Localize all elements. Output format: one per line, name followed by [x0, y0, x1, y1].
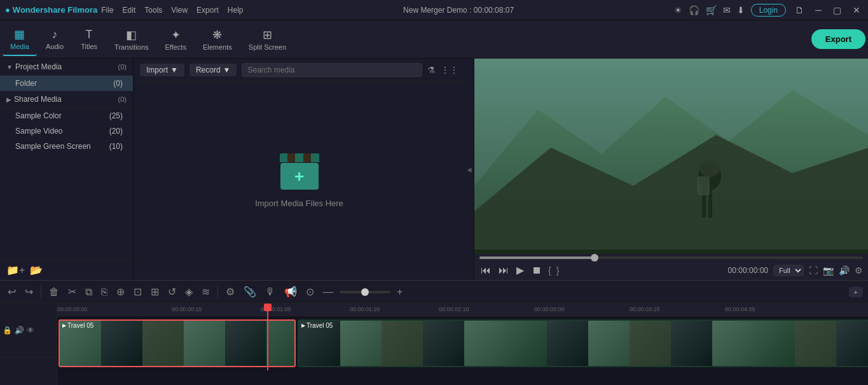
seekbar[interactable]: [479, 256, 863, 259]
step-back-button[interactable]: ⏮: [479, 263, 492, 277]
tab-effects[interactable]: ✦ Effects: [158, 23, 194, 56]
volume-icon[interactable]: 🔊: [839, 265, 850, 276]
section-title: Project Media: [15, 62, 62, 71]
settings-icon[interactable]: ⚙: [855, 265, 863, 276]
clip2-thumb11: [712, 321, 754, 367]
clip1-label: ▶ Travel 05: [62, 322, 93, 329]
delete-button[interactable]: 🗑: [46, 285, 62, 299]
tab-transitions[interactable]: ◧ Transitions: [107, 23, 156, 56]
filter-icon[interactable]: ⚗: [427, 65, 436, 75]
eye-icon[interactable]: 👁: [27, 326, 34, 335]
zoom-in-icon[interactable]: +: [394, 285, 405, 299]
voice-icon[interactable]: 📢: [282, 284, 300, 299]
svg-point-6: [699, 159, 720, 177]
export-button[interactable]: Export: [811, 29, 865, 49]
sticker-icon[interactable]: ⊙: [303, 284, 317, 299]
import-button[interactable]: Import ▼: [140, 64, 184, 76]
folder-icon[interactable]: 📂: [30, 264, 43, 276]
item-sample-green[interactable]: Sample Green Screen (10): [0, 139, 133, 154]
redo-button[interactable]: ↪: [22, 284, 36, 299]
quality-select[interactable]: Full 1/2 1/4: [773, 265, 804, 276]
clip2-thumb5: [464, 321, 506, 367]
maximize-icon[interactable]: ▢: [830, 5, 844, 15]
sample-color-label: Sample Color: [15, 111, 62, 120]
menu-view[interactable]: View: [171, 6, 188, 15]
menu-export[interactable]: Export: [196, 6, 219, 15]
section-project-media[interactable]: ▼ Project Media (0): [0, 59, 133, 76]
seekbar-thumb[interactable]: [591, 254, 598, 262]
tab-audio[interactable]: ♪ Audio: [38, 23, 71, 56]
cart-icon[interactable]: 🛒: [706, 5, 717, 15]
fullscreen-icon[interactable]: ⛶: [809, 265, 818, 276]
video-clip-2[interactable]: ▶ Travel 05: [298, 319, 868, 367]
tab-titles[interactable]: T Titles: [72, 23, 106, 56]
add-track-button[interactable]: +: [849, 287, 863, 297]
section-shared-media[interactable]: ▶ Shared Media (0): [0, 91, 133, 108]
cut-button[interactable]: ✂: [65, 284, 79, 299]
expand-arrow: ▶: [6, 96, 11, 103]
paste-button[interactable]: ⎘: [99, 285, 110, 299]
tab-media[interactable]: ▦ Media: [3, 23, 37, 56]
tab-splitscreen[interactable]: ⊞ Split Screen: [241, 23, 294, 56]
zoom-slider[interactable]: [340, 291, 390, 293]
item-folder[interactable]: Folder (0): [0, 76, 133, 91]
mic-icon[interactable]: 🎙: [263, 285, 278, 299]
minimize-icon[interactable]: ─: [813, 5, 824, 15]
sample-video-label: Sample Video: [15, 127, 63, 136]
timeline-panel: 🔒 🔊 👁 00:00:00:00 00:00:00:15 00:00:01:0…: [0, 304, 868, 385]
record-button[interactable]: Record ▼: [189, 64, 237, 76]
menu-tools[interactable]: Tools: [144, 6, 162, 15]
ripple-button[interactable]: ⊡: [131, 284, 144, 299]
zoom-out-icon[interactable]: —: [320, 285, 336, 299]
sample-green-count: (10): [109, 142, 123, 151]
audio-button[interactable]: ≋: [199, 284, 212, 299]
tab-audio-label: Audio: [46, 43, 64, 50]
tab-transitions-label: Transitions: [114, 43, 148, 51]
ruler-tick: 00:00:04:05: [725, 306, 755, 312]
clip2-thumb13: [795, 321, 836, 367]
play-button[interactable]: ▶: [515, 263, 525, 277]
undo-button[interactable]: ↩: [5, 284, 18, 299]
tab-elements[interactable]: ❋ Elements: [195, 23, 240, 56]
crop-button[interactable]: ⊞: [148, 284, 162, 299]
stop-button[interactable]: ⏹: [530, 263, 543, 277]
resize-handle[interactable]: [465, 59, 474, 280]
clip2-thumb6: [506, 321, 547, 367]
menu-file[interactable]: File: [101, 6, 113, 15]
main-toolbar: ▦ Media ♪ Audio T Titles ◧ Transitions ✦…: [0, 20, 868, 59]
clip-icon[interactable]: 📎: [241, 284, 259, 299]
audio-icon: ♪: [52, 28, 58, 41]
timeline-tracks[interactable]: 00:00:00:00 00:00:00:15 00:00:01:05 00:0…: [57, 304, 868, 385]
restore-icon[interactable]: 🗋: [792, 5, 806, 15]
prev-frame-button[interactable]: ⏭: [497, 263, 510, 277]
add-folder-icon[interactable]: 📁+: [6, 264, 25, 276]
video-clip-1[interactable]: ▶ Travel 05: [59, 319, 296, 367]
notification-icon[interactable]: ✉: [723, 5, 731, 15]
rotate-button[interactable]: ↺: [165, 284, 179, 299]
close-icon[interactable]: ✕: [850, 5, 863, 15]
settings2-icon[interactable]: ⚙: [223, 284, 237, 299]
item-sample-color[interactable]: Sample Color (25): [0, 108, 133, 123]
folder-count: (0): [113, 79, 123, 88]
bracket-left-icon[interactable]: {: [548, 265, 551, 276]
stabilize-button[interactable]: ⊕: [114, 284, 127, 299]
search-input[interactable]: [242, 63, 422, 77]
color-button[interactable]: ◈: [183, 284, 195, 299]
screenshot-icon[interactable]: 📷: [823, 265, 834, 276]
lock-icon[interactable]: 🔒: [3, 326, 12, 335]
speaker-icon[interactable]: 🔊: [15, 326, 24, 335]
menu-help[interactable]: Help: [228, 6, 244, 15]
item-sample-video[interactable]: Sample Video (20): [0, 123, 133, 139]
section-count: (0): [118, 95, 127, 103]
sun-icon[interactable]: ☀: [674, 5, 682, 15]
clip1-thumb6: [266, 321, 296, 367]
headphone-icon[interactable]: 🎧: [689, 5, 699, 15]
download-icon[interactable]: ⬇: [737, 5, 745, 15]
menu-bar: File Edit Tools View Export Help: [101, 6, 243, 15]
effects-icon: ✦: [171, 28, 181, 42]
grid-icon[interactable]: ⋮⋮: [441, 65, 458, 75]
copy-button[interactable]: ⧉: [83, 285, 95, 299]
menu-edit[interactable]: Edit: [123, 6, 136, 15]
login-button[interactable]: Login: [751, 4, 786, 17]
bracket-right-icon[interactable]: }: [556, 265, 560, 276]
